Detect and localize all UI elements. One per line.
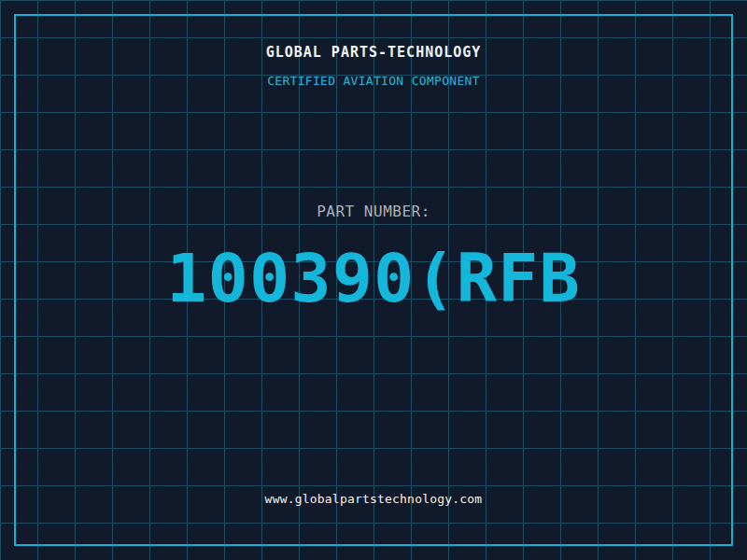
company-name: GLOBAL PARTS-TECHNOLOGY xyxy=(0,46,747,60)
website-url: www.globalpartstechnology.com xyxy=(0,493,747,505)
certification-subtitle: CERTIFIED AVIATION COMPONENT xyxy=(0,75,747,87)
blueprint-part-card: GLOBAL PARTS-TECHNOLOGY CERTIFIED AVIATI… xyxy=(0,0,747,560)
part-number-label: PART NUMBER: xyxy=(0,204,747,219)
part-number-value: 100390(RFB xyxy=(0,245,747,312)
